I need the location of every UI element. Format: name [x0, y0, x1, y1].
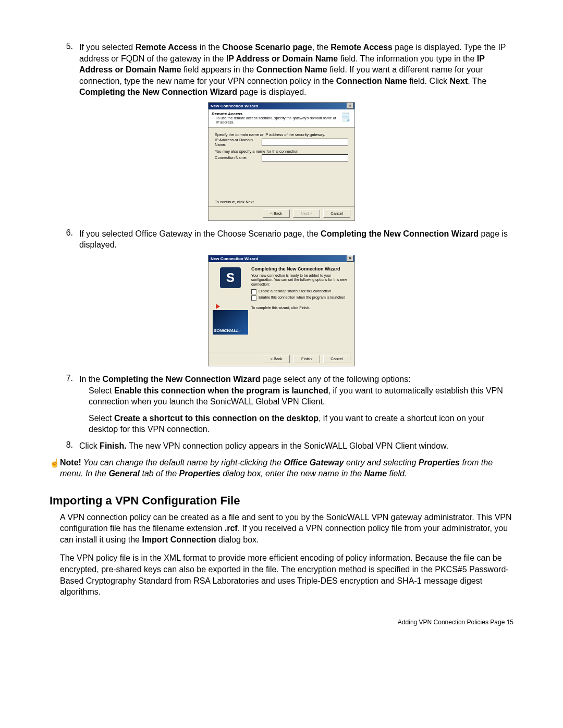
document-page: 5. If you selected Remote Access in the …	[0, 0, 563, 728]
sonicwall-logo-icon: S	[220, 267, 241, 288]
step-7-option-b: Select Create a shortcut to this connect…	[89, 413, 513, 435]
back-button[interactable]: < Back	[263, 209, 290, 218]
dialog-title: New Connection Wizard	[211, 256, 258, 261]
arrow-icon	[216, 304, 220, 309]
close-icon[interactable]: ×	[347, 103, 353, 109]
text: In the	[79, 375, 102, 384]
note-icon: ☝️	[50, 457, 60, 468]
connection-name-label: Connection Name:	[215, 155, 262, 160]
note-text: Note! You can change the default name by…	[60, 457, 513, 479]
section-heading: Importing a VPN Configuration File	[50, 494, 513, 508]
step-7-text: In the Completing the New Connection Wiz…	[79, 374, 513, 385]
sonicwall-banner: SONICWALL›	[213, 310, 248, 335]
bold-text: Create a shortcut to this connection on …	[114, 414, 319, 423]
text: Select	[89, 386, 114, 395]
next-button[interactable]: Next >	[293, 209, 320, 218]
text: Select	[89, 414, 114, 423]
ip-address-input[interactable]	[262, 139, 348, 146]
text: page select any of the following options…	[260, 375, 410, 384]
checkbox-icon[interactable]	[251, 289, 256, 294]
step-number: 5.	[50, 42, 79, 51]
bold-text: Remote Access	[136, 43, 198, 52]
bold-text: .rcf	[225, 524, 238, 533]
bold-text: Remote Access	[331, 43, 393, 52]
text: field appears in the	[181, 65, 256, 74]
text: dialog box.	[216, 535, 259, 544]
bold-text: Import Connection	[142, 535, 216, 544]
page-footer: Adding VPN Connection Policies Page 15	[50, 619, 513, 626]
dialog-completing-wizard: New Connection Wizard × S SONICWALL› C	[208, 255, 355, 366]
dialog-title: New Connection Wizard	[211, 104, 258, 108]
text: The new VPN connection policy appears in…	[127, 441, 449, 450]
continue-hint: To continue, click Next.	[209, 196, 354, 206]
bold-text: Choose Scenario page	[222, 43, 312, 52]
checkbox-row-enable[interactable]: Enable this connection when the program …	[251, 295, 350, 301]
cancel-button[interactable]: Cancel	[323, 209, 350, 218]
connection-name-input[interactable]	[262, 154, 348, 162]
close-icon[interactable]: ×	[347, 255, 353, 262]
text: . The	[468, 77, 486, 85]
bold-text: Enable this connection when the program …	[114, 386, 328, 395]
name-hint: You may also specify a name for this con…	[215, 149, 348, 154]
dialog-header-title: Remote Access	[212, 112, 340, 116]
bold-text: Next	[450, 77, 468, 85]
text: field. The information you type in the	[338, 54, 477, 63]
wizard-heading: Completing the New Connection Wizard	[251, 266, 350, 272]
steps-list: 5. If you selected Remote Access in the …	[50, 42, 513, 452]
bold-text: Finish.	[100, 441, 127, 450]
text: page is displayed.	[237, 88, 307, 96]
bold-text: Completing the New Connection Wizard	[102, 375, 260, 384]
paragraph: A VPN connection policy can be created a…	[60, 512, 513, 546]
back-button[interactable]: < Back	[263, 355, 290, 363]
step-number: 6.	[50, 228, 79, 238]
text: in the	[197, 43, 222, 52]
paragraph: The VPN policy file is in the XML format…	[60, 552, 513, 597]
step-number: 7.	[50, 374, 79, 383]
checkbox-label: Enable this connection when the program …	[259, 295, 345, 299]
step-6-text: If you selected Office Gateway in the Ch…	[79, 228, 513, 251]
text: If you selected	[79, 43, 136, 52]
dialog-titlebar: New Connection Wizard ×	[209, 255, 354, 262]
bold-text: Connection Name	[336, 77, 407, 85]
dialog-header-subtitle: To use the remote access scenario, speci…	[212, 116, 340, 125]
dialog-remote-access: New Connection Wizard × Remote Access To…	[208, 102, 355, 221]
notes-icon: 🗒️	[340, 112, 351, 123]
bold-text: Completing the New Connection Wizard	[79, 88, 237, 96]
gateway-prompt: Specify the domain name or IP address of…	[215, 132, 348, 137]
text: Click	[79, 441, 100, 450]
step-number: 8.	[50, 440, 79, 450]
wizard-intro: Your new connection is ready to be added…	[251, 274, 350, 287]
cancel-button[interactable]: Cancel	[323, 355, 350, 363]
text: , the	[312, 43, 331, 52]
ip-field-label: IP Address or Domain Name:	[215, 138, 262, 147]
step-5-text: If you selected Remote Access in the Cho…	[79, 42, 513, 98]
dialog-titlebar: New Connection Wizard ×	[209, 103, 354, 109]
bold-text: IP Address or Domain Name	[226, 54, 338, 63]
note-label: Note!	[60, 458, 81, 467]
bold-text: Connection Name	[256, 65, 327, 74]
finish-hint: To complete this wizard, click Finish.	[251, 306, 350, 310]
step-8-text: Click Finish. The new VPN connection pol…	[79, 440, 513, 452]
bold-text: Completing the New Connection Wizard	[321, 229, 479, 238]
checkbox-row-shortcut[interactable]: Create a desktop shortcut for this conne…	[251, 289, 350, 294]
text: If you selected Office Gateway in the Ch…	[79, 229, 321, 238]
checkbox-icon[interactable]	[251, 295, 256, 301]
finish-button[interactable]: Finish	[293, 355, 320, 363]
note-block: ☝️ Note! You can change the default name…	[50, 457, 513, 479]
text: field. Click	[407, 77, 450, 85]
checkbox-label: Create a desktop shortcut for this conne…	[259, 289, 331, 293]
step-7-option-a: Select Enable this connection when the p…	[89, 385, 513, 408]
dialog-sidebar: S SONICWALL›	[213, 265, 248, 349]
